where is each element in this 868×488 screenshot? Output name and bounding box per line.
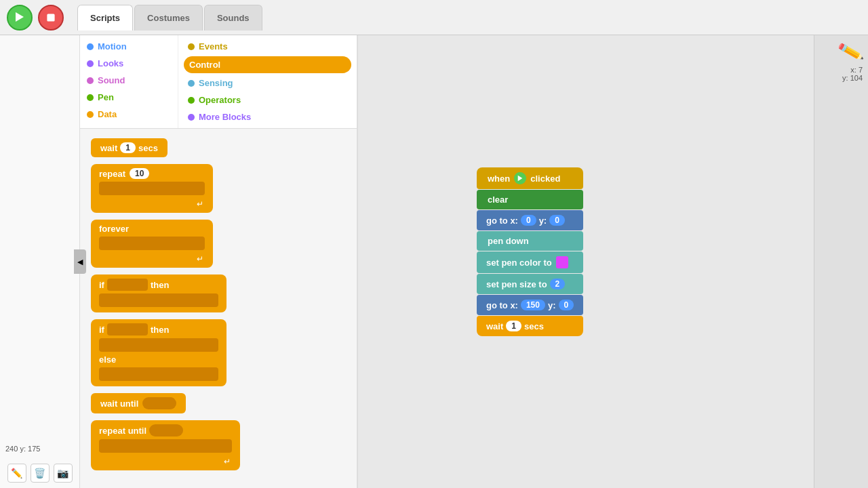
repeat-until-block[interactable]: repeat until ↵ [91, 420, 240, 470]
category-motion[interactable]: Motion [80, 38, 178, 55]
tab-costumes[interactable]: Costumes [134, 5, 203, 30]
svg-rect-1 [47, 14, 54, 21]
category-data[interactable]: Data [80, 106, 178, 123]
pencil-tool[interactable]: ✏️ [7, 464, 26, 483]
repeat-block[interactable]: repeat 10 ↵ [91, 164, 213, 213]
category-pen[interactable]: Pen [80, 89, 178, 106]
go-to-xy-block-2[interactable]: go to x: 150 y: 0 [477, 295, 583, 315]
script-canvas: when clicked clear go to x: 0 y: 0 pen d… [358, 35, 868, 488]
forever-block[interactable]: forever ↵ [91, 220, 213, 268]
tab-scripts[interactable]: Scripts [77, 5, 133, 30]
sidebar-collapse-arrow[interactable]: ◀ [74, 249, 86, 274]
tab-bar: Scripts Costumes Sounds [77, 5, 262, 30]
xy-coords: x: 7 y: 104 [842, 66, 863, 82]
go-to-xy-block-1[interactable]: go to x: 0 y: 0 [477, 210, 583, 230]
clear-block[interactable]: clear [477, 190, 583, 209]
category-control[interactable]: Control [184, 56, 351, 73]
data-dot [87, 111, 94, 118]
sprite-panel: 240 y: 175 ✏️ 🗑️ 📷 ◀ [0, 35, 80, 488]
coords-display: 240 y: 175 [0, 439, 79, 458]
tab-sounds[interactable]: Sounds [204, 5, 262, 30]
category-looks[interactable]: Looks [80, 55, 178, 72]
top-controls [7, 5, 64, 30]
category-operators[interactable]: Operators [181, 92, 354, 108]
operators-dot [188, 97, 195, 104]
looks-dot [87, 60, 94, 67]
sensing-dot [188, 80, 195, 87]
when-flag-clicked-block[interactable]: when clicked [477, 167, 583, 189]
green-flag-button[interactable] [7, 5, 33, 30]
if-then-block[interactable]: if then [91, 274, 226, 312]
set-pen-color-block[interactable]: set pen color to [477, 251, 583, 273]
if-else-block[interactable]: if then else [91, 319, 226, 386]
wait-block[interactable]: wait 1 secs [91, 138, 167, 157]
stop-button[interactable] [38, 5, 64, 30]
category-events[interactable]: Events [181, 38, 354, 55]
blocks-list: wait 1 secs repeat 10 ↵ forever ↵ [80, 129, 357, 488]
right-info-panel: ✏️ x: 7 y: 104 [814, 35, 868, 488]
block-group: when clicked clear go to x: 0 y: 0 pen d… [477, 167, 583, 336]
wait-secs-block[interactable]: wait 1 secs [477, 316, 583, 336]
svg-marker-2 [518, 176, 523, 181]
category-sound[interactable]: Sound [80, 72, 178, 89]
block-panel: Motion Looks Sound Pen Data [80, 35, 358, 488]
pen-dot [87, 94, 94, 101]
wait-until-block[interactable]: wait until [91, 393, 186, 413]
stamp-tool[interactable]: 🗑️ [31, 464, 50, 483]
events-dot [188, 43, 195, 50]
camera-tool[interactable]: 📷 [54, 464, 73, 483]
flag-icon [13, 11, 26, 24]
svg-marker-0 [16, 12, 24, 22]
category-more-blocks[interactable]: More Blocks [181, 108, 354, 125]
set-pen-size-block[interactable]: set pen size to 2 [477, 274, 583, 294]
pen-down-block[interactable]: pen down [477, 231, 583, 251]
category-sensing[interactable]: Sensing [181, 75, 354, 92]
motion-dot [87, 43, 94, 50]
more-blocks-dot [188, 114, 195, 121]
pencil-icon: ✏️ [836, 38, 865, 66]
stop-icon [45, 12, 56, 23]
sound-dot [87, 77, 94, 84]
